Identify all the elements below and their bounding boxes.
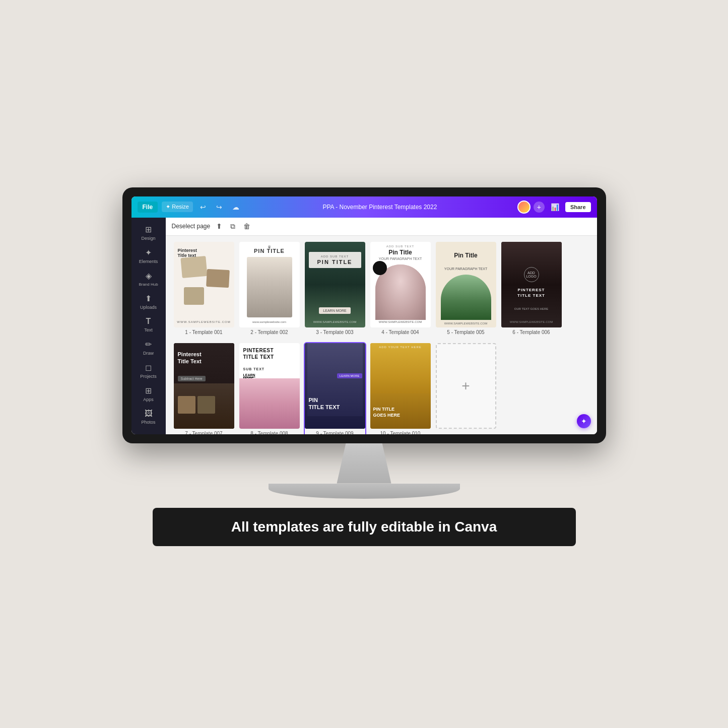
- template-card-3[interactable]: ADD SUB TEXT PIN TITLE LEARN MORE WWW.SA…: [305, 242, 365, 335]
- t4-sub: YOUR PARAGRAPH TEXT: [370, 257, 431, 260]
- template-card-4[interactable]: ADD SUB TEXT Pin Title YOUR PARAGRAPH TE…: [370, 242, 431, 335]
- template-thumb-4: ADD SUB TEXT Pin Title YOUR PARAGRAPH TE…: [370, 242, 431, 327]
- sidebar-item-projects[interactable]: ◻ Projects: [135, 360, 163, 382]
- design-icon: ⊞: [145, 225, 152, 234]
- sidebar-item-text[interactable]: T Text: [135, 314, 163, 336]
- template-card-5[interactable]: Pin Title YOUR PARAGRAPH TEXT WWW.SAMPLE…: [436, 242, 496, 335]
- t5-model-img: [441, 275, 491, 320]
- t1-image-1: [180, 255, 207, 278]
- t5-sub: YOUR PARAGRAPH TEXT: [440, 267, 492, 271]
- t6-sub: OUR TEXT GOES HERE: [505, 307, 558, 310]
- template-2-label: 2 - Template 002: [239, 329, 300, 335]
- copy-icon[interactable]: ⧉: [228, 221, 237, 232]
- bottom-banner: All templates are fully editable in Canv…: [153, 508, 576, 546]
- draw-icon: ✏: [145, 340, 152, 349]
- t1-image-2: [206, 269, 230, 287]
- monitor-screen: File ✦ Resize ↩ ↪ ☁ PPA - November Pinte…: [131, 196, 597, 434]
- template-card-add[interactable]: +: [436, 343, 496, 434]
- template-card-6[interactable]: ADDLOGO PINTERESTTITLE TEXT OUR TEXT GOE…: [501, 242, 562, 335]
- template-1-label: 1 - Template 001: [174, 329, 234, 335]
- template-thumb-1: PinterestTitle text WWW.SAMPLEWEBSITE.CO…: [174, 242, 234, 327]
- design-label: Design: [141, 236, 155, 241]
- template-card-7[interactable]: PinterestTitle Text Subtract Here: [174, 343, 234, 434]
- template-card-10[interactable]: ADD YOUR TEXT HERE PIN TITLEGOES HERE 10…: [370, 343, 431, 434]
- canva-canvas: Deselect page ⬆ ⧉ 🗑: [166, 218, 597, 434]
- canva-main: ⊞ Design ✦ Elements ◈ Brand Hub ⬆: [131, 218, 597, 434]
- projects-icon: ◻: [145, 363, 152, 372]
- monitor-body: File ✦ Resize ↩ ↪ ☁ PPA - November Pinte…: [122, 187, 606, 443]
- sidebar-item-photos[interactable]: 🖼 Photos: [135, 406, 163, 428]
- template-card-1[interactable]: PinterestTitle text WWW.SAMPLEWEBSITE.CO…: [174, 242, 234, 335]
- add-collaborator-button[interactable]: +: [534, 202, 545, 213]
- t10-title: PIN TITLEGOES HERE: [373, 407, 428, 418]
- template-card-9[interactable]: LEARN MORE PINTITLE TEXT 9 - Template 00…: [305, 343, 365, 434]
- template-6-label: 6 - Template 006: [501, 329, 562, 335]
- t6-title: PINTERESTTITLE TEXT: [505, 287, 558, 298]
- trash-icon[interactable]: 🗑: [241, 221, 252, 231]
- t7-accessories: [178, 396, 230, 414]
- resize-button[interactable]: ✦ Resize: [162, 202, 193, 212]
- monitor: File ✦ Resize ↩ ↪ ☁ PPA - November Pinte…: [122, 187, 606, 499]
- t4-top-text: ADD SUB TEXT: [370, 245, 431, 248]
- template-4-label: 4 - Template 004: [370, 329, 431, 335]
- sidebar-item-apps[interactable]: ⊞ Apps: [135, 383, 163, 405]
- uploads-label: Uploads: [140, 305, 157, 310]
- t3-website: WWW.SAMPLEWEBSITE.COM: [305, 320, 365, 323]
- t7-acc2: [197, 396, 215, 414]
- t7-subtitle: Subtract Here: [178, 376, 206, 381]
- user-avatar[interactable]: [517, 201, 531, 214]
- photos-icon: 🖼: [145, 409, 153, 418]
- sidebar-item-brand[interactable]: ◈ Brand Hub: [135, 268, 163, 290]
- t4-title: Pin Title: [370, 249, 431, 256]
- t5-website: WWW.SAMPLEWEBSITE.COM: [436, 322, 496, 325]
- t4-website: WWW.SAMPLEWEBSITE.COM: [370, 320, 431, 323]
- sidebar-item-design[interactable]: ⊞ Design: [135, 222, 163, 244]
- text-icon: T: [146, 317, 151, 326]
- cloud-button[interactable]: ☁: [229, 201, 242, 213]
- undo-button[interactable]: ↩: [197, 201, 209, 213]
- toolbar-right: + 📊 Share: [517, 201, 591, 214]
- t6-circle: ADDLOGO: [501, 267, 562, 282]
- sidebar-item-uploads[interactable]: ⬆ Uploads: [135, 291, 163, 313]
- template-5-label: 5 - Template 005: [436, 329, 496, 335]
- template-10-label: 10 - Template 010: [370, 431, 431, 434]
- template-thumb-7: PinterestTitle Text Subtract Here: [174, 343, 234, 429]
- t10-top-text: ADD YOUR TEXT HERE: [374, 346, 427, 349]
- t2-website: www.samplewebsite.com: [239, 320, 300, 323]
- t3-title: PIN TITLE: [312, 259, 358, 265]
- add-page-icon: +: [461, 378, 470, 394]
- t8-img: [239, 378, 300, 429]
- upload-icon[interactable]: ⬆: [214, 221, 224, 231]
- deselect-label: Deselect page: [172, 223, 211, 230]
- projects-label: Projects: [140, 374, 157, 379]
- t6-website: WWW.SAMPLEWEBSITE.COM: [501, 320, 562, 323]
- templates-row-2: PinterestTitle Text Subtract Here: [174, 343, 589, 434]
- templates-row-1: PinterestTitle text WWW.SAMPLEWEBSITE.CO…: [174, 242, 589, 335]
- t9-learn-btn[interactable]: LEARN MORE: [337, 373, 362, 378]
- analytics-button[interactable]: 📊: [548, 201, 562, 213]
- toolbar-title: PPA - November Pinterest Templates 2022: [246, 204, 513, 211]
- file-button[interactable]: File: [138, 202, 158, 213]
- t7-acc1: [178, 396, 195, 414]
- redo-button[interactable]: ↪: [213, 201, 225, 213]
- template-thumb-5: Pin Title YOUR PARAGRAPH TEXT WWW.SAMPLE…: [436, 242, 496, 327]
- template-7-label: 7 - Template 007: [174, 431, 234, 434]
- template-card-2[interactable]: ♛ PIN TITLE www.samplewebsite.com 2 - Te…: [239, 242, 300, 335]
- sidebar-item-elements[interactable]: ✦ Elements: [135, 245, 163, 267]
- share-button[interactable]: Share: [565, 202, 591, 212]
- t8-face: [239, 378, 300, 429]
- audio-icon: ♪: [147, 432, 151, 434]
- t10-hat-overlay: [370, 343, 431, 393]
- bottom-banner-text: All templates are fully editable in Canv…: [231, 519, 497, 535]
- t3-btn: LEARN MORE: [305, 309, 365, 312]
- sidebar-item-draw[interactable]: ✏ Draw: [135, 337, 163, 359]
- monitor-base: [269, 484, 460, 499]
- monitor-neck: [319, 443, 410, 484]
- photos-label: Photos: [141, 420, 155, 425]
- magic-icon[interactable]: ✦: [577, 414, 591, 428]
- template-card-8[interactable]: PINTERESTTITLE TEXT SUB TEXT LEARNMORE 8…: [239, 343, 300, 434]
- sidebar-item-audio[interactable]: ♪ Audio: [135, 429, 163, 434]
- t4-black-circle: [373, 261, 387, 275]
- apps-icon: ⊞: [145, 386, 152, 395]
- template-thumb-8: PINTERESTTITLE TEXT SUB TEXT LEARNMORE: [239, 343, 300, 429]
